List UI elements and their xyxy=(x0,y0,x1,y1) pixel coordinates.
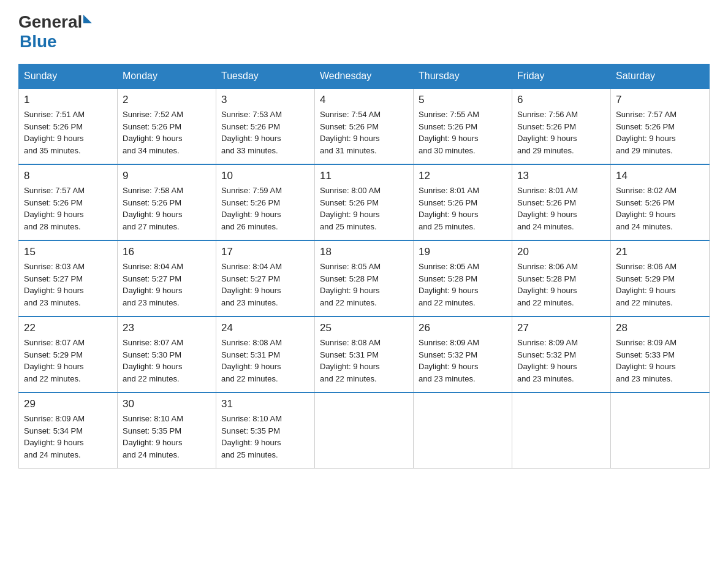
calendar-cell: 29Sunrise: 8:09 AMSunset: 5:34 PMDayligh… xyxy=(19,393,118,469)
calendar-cell: 9Sunrise: 7:58 AMSunset: 5:26 PMDaylight… xyxy=(118,164,216,240)
calendar-week-row: 1Sunrise: 7:51 AMSunset: 5:26 PMDaylight… xyxy=(19,88,710,164)
page-header: General Blue xyxy=(18,12,710,52)
calendar-cell xyxy=(512,393,611,469)
day-info: Sunrise: 8:05 AMSunset: 5:28 PMDaylight:… xyxy=(320,261,408,308)
day-number: 19 xyxy=(419,246,507,258)
day-number: 22 xyxy=(24,322,112,334)
calendar-cell: 16Sunrise: 8:04 AMSunset: 5:27 PMDayligh… xyxy=(118,240,216,316)
day-info: Sunrise: 8:05 AMSunset: 5:28 PMDaylight:… xyxy=(419,261,507,308)
day-info: Sunrise: 8:08 AMSunset: 5:31 PMDaylight:… xyxy=(221,337,309,385)
day-number: 3 xyxy=(221,94,309,106)
day-number: 7 xyxy=(616,94,704,106)
day-info: Sunrise: 8:07 AMSunset: 5:29 PMDaylight:… xyxy=(24,337,112,385)
calendar-cell: 30Sunrise: 8:10 AMSunset: 5:35 PMDayligh… xyxy=(118,393,216,469)
day-number: 5 xyxy=(419,94,507,106)
day-number: 9 xyxy=(123,170,211,182)
day-info: Sunrise: 7:59 AMSunset: 5:26 PMDaylight:… xyxy=(221,185,309,232)
logo-blue: Blue xyxy=(20,32,92,52)
calendar-cell: 17Sunrise: 8:04 AMSunset: 5:27 PMDayligh… xyxy=(216,240,315,316)
day-info: Sunrise: 7:58 AMSunset: 5:26 PMDaylight:… xyxy=(123,185,211,232)
day-info: Sunrise: 8:00 AMSunset: 5:26 PMDaylight:… xyxy=(320,185,408,232)
day-of-week-header: Monday xyxy=(118,64,216,89)
day-number: 2 xyxy=(123,94,211,106)
day-info: Sunrise: 7:56 AMSunset: 5:26 PMDaylight:… xyxy=(517,109,605,156)
calendar-cell: 25Sunrise: 8:08 AMSunset: 5:31 PMDayligh… xyxy=(315,316,414,393)
day-number: 23 xyxy=(123,322,211,334)
day-info: Sunrise: 7:52 AMSunset: 5:26 PMDaylight:… xyxy=(123,109,211,156)
day-number: 10 xyxy=(221,170,309,182)
day-info: Sunrise: 7:51 AMSunset: 5:26 PMDaylight:… xyxy=(24,109,112,156)
logo: General Blue xyxy=(18,12,92,52)
calendar-cell: 5Sunrise: 7:55 AMSunset: 5:26 PMDaylight… xyxy=(414,88,512,164)
calendar-cell: 24Sunrise: 8:08 AMSunset: 5:31 PMDayligh… xyxy=(216,316,315,393)
calendar-cell: 23Sunrise: 8:07 AMSunset: 5:30 PMDayligh… xyxy=(118,316,216,393)
calendar-cell: 15Sunrise: 8:03 AMSunset: 5:27 PMDayligh… xyxy=(19,240,118,316)
day-info: Sunrise: 8:06 AMSunset: 5:29 PMDaylight:… xyxy=(616,261,704,308)
day-number: 30 xyxy=(123,398,211,410)
day-number: 31 xyxy=(221,398,309,410)
day-info: Sunrise: 8:10 AMSunset: 5:35 PMDaylight:… xyxy=(221,413,309,461)
day-number: 4 xyxy=(320,94,408,106)
day-info: Sunrise: 8:01 AMSunset: 5:26 PMDaylight:… xyxy=(517,185,605,232)
day-info: Sunrise: 7:54 AMSunset: 5:26 PMDaylight:… xyxy=(320,109,408,156)
day-of-week-header: Thursday xyxy=(414,64,512,89)
day-info: Sunrise: 8:06 AMSunset: 5:28 PMDaylight:… xyxy=(517,261,605,308)
day-number: 8 xyxy=(24,170,112,182)
calendar-cell: 13Sunrise: 8:01 AMSunset: 5:26 PMDayligh… xyxy=(512,164,611,240)
day-info: Sunrise: 8:08 AMSunset: 5:31 PMDaylight:… xyxy=(320,337,408,385)
logo-triangle-icon xyxy=(83,15,92,23)
day-number: 21 xyxy=(616,246,704,258)
calendar-cell: 14Sunrise: 8:02 AMSunset: 5:26 PMDayligh… xyxy=(611,164,710,240)
day-of-week-header: Wednesday xyxy=(315,64,414,89)
day-number: 16 xyxy=(123,246,211,258)
calendar-cell: 4Sunrise: 7:54 AMSunset: 5:26 PMDaylight… xyxy=(315,88,414,164)
day-number: 26 xyxy=(419,322,507,334)
day-info: Sunrise: 8:10 AMSunset: 5:35 PMDaylight:… xyxy=(123,413,211,461)
calendar-table: SundayMondayTuesdayWednesdayThursdayFrid… xyxy=(18,64,710,469)
logo-general: General xyxy=(18,12,82,32)
calendar-cell: 2Sunrise: 7:52 AMSunset: 5:26 PMDaylight… xyxy=(118,88,216,164)
calendar-header-row: SundayMondayTuesdayWednesdayThursdayFrid… xyxy=(19,64,710,89)
day-info: Sunrise: 8:04 AMSunset: 5:27 PMDaylight:… xyxy=(123,261,211,308)
day-number: 15 xyxy=(24,246,112,258)
day-number: 13 xyxy=(517,170,605,182)
calendar-cell: 7Sunrise: 7:57 AMSunset: 5:26 PMDaylight… xyxy=(611,88,710,164)
calendar-cell: 11Sunrise: 8:00 AMSunset: 5:26 PMDayligh… xyxy=(315,164,414,240)
day-info: Sunrise: 8:09 AMSunset: 5:34 PMDaylight:… xyxy=(24,413,112,461)
calendar-cell: 19Sunrise: 8:05 AMSunset: 5:28 PMDayligh… xyxy=(414,240,512,316)
calendar-cell: 8Sunrise: 7:57 AMSunset: 5:26 PMDaylight… xyxy=(19,164,118,240)
day-number: 12 xyxy=(419,170,507,182)
day-info: Sunrise: 8:09 AMSunset: 5:33 PMDaylight:… xyxy=(616,337,704,385)
calendar-week-row: 8Sunrise: 7:57 AMSunset: 5:26 PMDaylight… xyxy=(19,164,710,240)
day-of-week-header: Sunday xyxy=(19,64,118,89)
day-info: Sunrise: 7:57 AMSunset: 5:26 PMDaylight:… xyxy=(24,185,112,232)
calendar-cell: 18Sunrise: 8:05 AMSunset: 5:28 PMDayligh… xyxy=(315,240,414,316)
day-of-week-header: Tuesday xyxy=(216,64,315,89)
day-number: 18 xyxy=(320,246,408,258)
day-number: 29 xyxy=(24,398,112,410)
day-info: Sunrise: 8:02 AMSunset: 5:26 PMDaylight:… xyxy=(616,185,704,232)
day-number: 20 xyxy=(517,246,605,258)
day-info: Sunrise: 8:07 AMSunset: 5:30 PMDaylight:… xyxy=(123,337,211,385)
calendar-cell: 6Sunrise: 7:56 AMSunset: 5:26 PMDaylight… xyxy=(512,88,611,164)
calendar-cell: 21Sunrise: 8:06 AMSunset: 5:29 PMDayligh… xyxy=(611,240,710,316)
day-number: 17 xyxy=(221,246,309,258)
day-info: Sunrise: 8:04 AMSunset: 5:27 PMDaylight:… xyxy=(221,261,309,308)
day-number: 27 xyxy=(517,322,605,334)
day-number: 11 xyxy=(320,170,408,182)
calendar-cell: 10Sunrise: 7:59 AMSunset: 5:26 PMDayligh… xyxy=(216,164,315,240)
day-of-week-header: Saturday xyxy=(611,64,710,89)
calendar-cell: 28Sunrise: 8:09 AMSunset: 5:33 PMDayligh… xyxy=(611,316,710,393)
calendar-cell: 22Sunrise: 8:07 AMSunset: 5:29 PMDayligh… xyxy=(19,316,118,393)
day-number: 6 xyxy=(517,94,605,106)
day-number: 1 xyxy=(24,94,112,106)
calendar-week-row: 22Sunrise: 8:07 AMSunset: 5:29 PMDayligh… xyxy=(19,316,710,393)
calendar-cell xyxy=(315,393,414,469)
calendar-cell: 12Sunrise: 8:01 AMSunset: 5:26 PMDayligh… xyxy=(414,164,512,240)
calendar-cell: 31Sunrise: 8:10 AMSunset: 5:35 PMDayligh… xyxy=(216,393,315,469)
day-number: 24 xyxy=(221,322,309,334)
day-info: Sunrise: 8:09 AMSunset: 5:32 PMDaylight:… xyxy=(517,337,605,385)
calendar-cell: 20Sunrise: 8:06 AMSunset: 5:28 PMDayligh… xyxy=(512,240,611,316)
calendar-cell: 3Sunrise: 7:53 AMSunset: 5:26 PMDaylight… xyxy=(216,88,315,164)
day-number: 14 xyxy=(616,170,704,182)
